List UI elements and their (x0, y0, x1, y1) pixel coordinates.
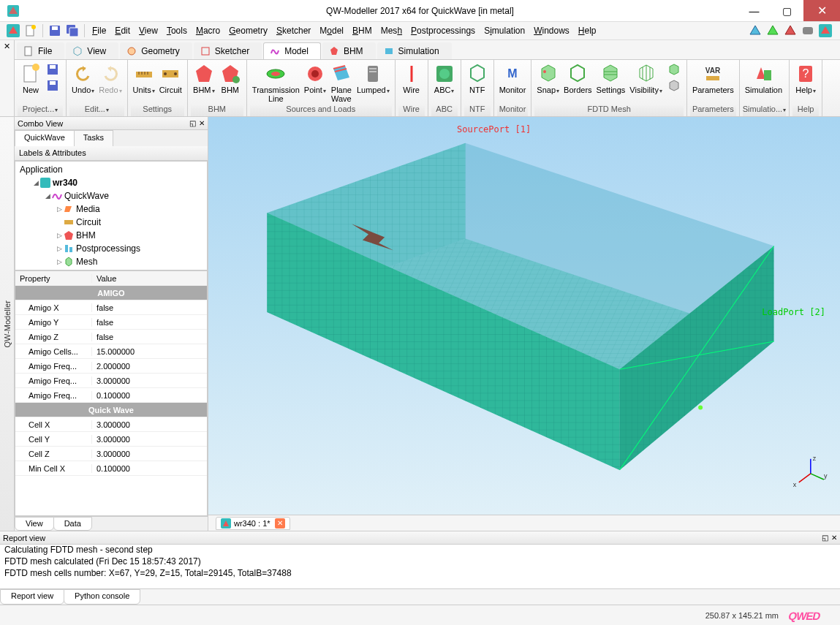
redo-button[interactable]: Redo (97, 61, 124, 96)
panel-close-icon[interactable]: ✕ (199, 119, 205, 127)
edit-group-label[interactable]: Edit... (69, 105, 124, 116)
ribbon-tab-bhm[interactable]: BHM (322, 42, 376, 59)
doc-close[interactable]: ✕ (275, 518, 285, 529)
toolbar-icon-2[interactable] (766, 24, 779, 37)
toolbar-icon-3[interactable] (784, 24, 797, 37)
toolbar-icon-5[interactable] (819, 24, 832, 37)
bhm-button-2[interactable]: BHM (217, 61, 243, 96)
doc-title: wr340 : 1* (234, 519, 270, 528)
project-group-label[interactable]: Project... (18, 105, 63, 116)
app-small-icon[interactable] (7, 24, 20, 37)
help-button[interactable]: ?Help (792, 61, 819, 96)
menu-bhm[interactable]: BHM (348, 26, 377, 36)
maximize-button[interactable]: ▢ (771, 0, 803, 21)
svg-point-15 (32, 64, 39, 71)
labels-header: Labels & Attributes (15, 146, 208, 161)
circuit-button[interactable]: Circuit (157, 61, 184, 96)
doc-tab[interactable]: wr340 : 1* ✕ (216, 517, 290, 530)
menu-edit[interactable]: Edit (110, 26, 135, 36)
transmission-button[interactable]: Transmission Line (250, 61, 302, 105)
mesh-settings-button[interactable]: Settings (594, 61, 628, 96)
minimize-button[interactable]: — (738, 0, 771, 21)
svg-text:x: x (793, 481, 797, 488)
ribbon-tab-geometry[interactable]: Geometry (120, 42, 192, 59)
menu-macro[interactable]: Macro (192, 26, 224, 36)
svg-text:y: y (824, 472, 828, 480)
3d-viewport[interactable]: z y x SourcePort [1] LoadPort [2] (208, 117, 840, 515)
report-close-icon[interactable]: ✕ (831, 534, 837, 542)
mesh-icon-2[interactable] (665, 77, 684, 94)
tab-tasks[interactable]: Tasks (74, 130, 113, 146)
combo-panel: Combo View ◱✕ QuickWave Tasks Labels & A… (15, 117, 208, 531)
qwed-logo: QWED (789, 608, 833, 623)
bhm-button-1[interactable]: BHM (191, 61, 217, 96)
report-float-icon[interactable]: ◱ (822, 534, 828, 542)
disk-button-2[interactable] (44, 77, 63, 94)
ribbon-tab-view[interactable]: View (66, 42, 118, 59)
mesh-icon-1[interactable] (665, 61, 684, 77)
svg-point-28 (232, 76, 240, 83)
status-dims: 250.87 x 145.21 mm (705, 611, 779, 620)
menu-help[interactable]: Help (574, 26, 601, 36)
ntf-button[interactable]: NTF (464, 61, 491, 96)
wire-group-label: Wire (398, 105, 425, 116)
lumped-button[interactable]: Lumped (355, 61, 392, 96)
report-body[interactable]: Calculating FDTD mesh - second step FDTD… (0, 545, 840, 588)
toolbar-icon-4[interactable] (801, 24, 814, 37)
abc-button[interactable]: ABC (431, 61, 458, 96)
menu-mesh[interactable]: Mesh (377, 26, 406, 36)
menu-simulation[interactable]: Simulation (480, 26, 529, 36)
undo-button[interactable]: Undo (69, 61, 97, 96)
tab-python[interactable]: Python console (64, 589, 140, 605)
menu-view[interactable]: View (135, 26, 162, 36)
tab-report[interactable]: Report view (0, 589, 64, 605)
ribbon-tab-simulation[interactable]: Simulation (377, 42, 452, 59)
menu-geometry[interactable]: Geometry (224, 26, 272, 36)
svg-rect-54 (69, 247, 72, 252)
new-button[interactable]: New (18, 61, 44, 96)
borders-button[interactable]: Borders (561, 61, 594, 96)
svg-point-57 (698, 406, 703, 410)
menu-sketcher[interactable]: Sketcher (272, 26, 315, 36)
ribbon-tab-file[interactable]: File (17, 42, 64, 59)
menu-model[interactable]: Model (315, 26, 348, 36)
property-grid[interactable]: PropertyValue AMIGO Amigo Xfalse Amigo Y… (15, 270, 208, 516)
ribbon-close[interactable]: ✕ (0, 40, 15, 116)
tab-quickwave[interactable]: QuickWave (15, 130, 75, 146)
units-button[interactable]: Units (131, 61, 157, 96)
new-icon[interactable] (24, 24, 37, 37)
toolbar-icon-1[interactable] (749, 24, 762, 37)
saveall-icon[interactable] (66, 24, 79, 37)
wire-button[interactable]: Wire (398, 61, 425, 96)
fdtd-group-label: FDTD Mesh (534, 105, 684, 116)
svg-rect-33 (368, 66, 378, 82)
panel-float-icon[interactable]: ◱ (189, 119, 196, 127)
combo-title: Combo View (18, 119, 63, 128)
sim-group-label[interactable]: Simulatio... (743, 105, 786, 116)
sketcher-icon (200, 46, 211, 56)
parameters-button[interactable]: VARParameters (690, 61, 736, 96)
close-button[interactable]: ✕ (803, 0, 840, 21)
ribbon-tab-model[interactable]: Model (263, 42, 321, 59)
btab-view[interactable]: View (15, 517, 54, 531)
bhm-icon (329, 46, 339, 56)
post-icon (64, 243, 74, 254)
svg-rect-8 (803, 27, 813, 34)
menu-windows[interactable]: Windows (529, 26, 574, 36)
btab-data[interactable]: Data (53, 517, 92, 531)
menu-file[interactable]: File (88, 26, 110, 36)
disk-button-1[interactable] (44, 61, 63, 77)
snap-button[interactable]: Snap (534, 61, 561, 96)
model-tree[interactable]: Application ◢wr340 ◢QuickWave ▷Media Cir… (15, 161, 208, 270)
menu-tools[interactable]: Tools (162, 26, 192, 36)
sidebar-vert-label[interactable]: QW-Modeller (0, 117, 15, 531)
simulation-button[interactable]: Simulation (743, 61, 784, 96)
point-button[interactable]: Point (302, 61, 328, 96)
monitor-button[interactable]: MMonitor (497, 61, 529, 96)
save-icon[interactable] (48, 24, 61, 37)
visibility-button[interactable]: Visibility (627, 61, 665, 96)
menu-post[interactable]: Postprocessings (406, 26, 480, 36)
ribbon-tab-sketcher[interactable]: Sketcher (194, 42, 262, 59)
plane-button[interactable]: Plane Wave (328, 61, 355, 105)
bhm-tree-icon (64, 230, 74, 240)
